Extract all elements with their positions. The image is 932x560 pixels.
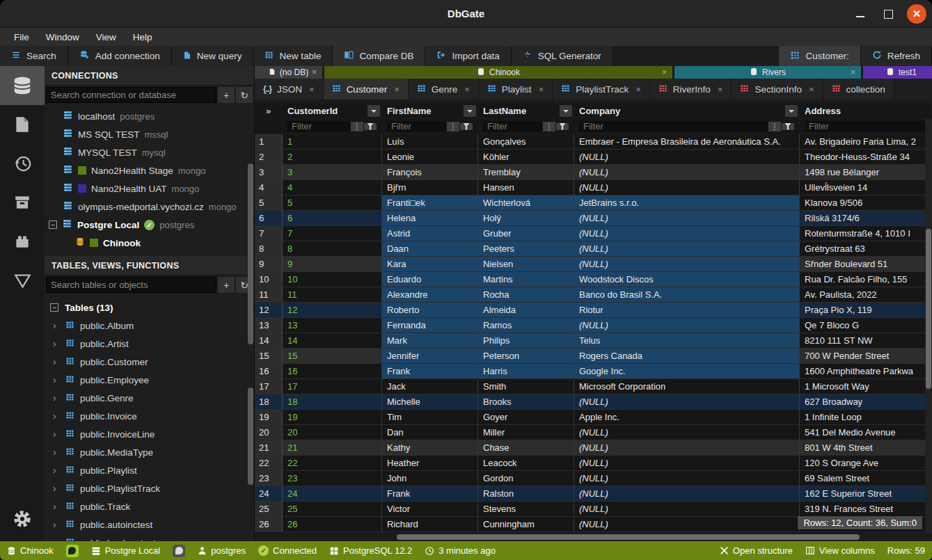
- close-icon[interactable]: ×: [851, 67, 855, 77]
- grid-corner-button[interactable]: »: [255, 104, 283, 119]
- cell-company[interactable]: (NULL): [574, 241, 800, 257]
- collapse-icon[interactable]: −: [49, 221, 57, 229]
- cell-firstname[interactable]: Kara: [382, 257, 478, 272]
- cell-address[interactable]: Rua Dr. Falcăo Filho, 155: [800, 272, 932, 287]
- tab-group-test1[interactable]: test1: [863, 66, 932, 79]
- table-tree-item[interactable]: ›public.booleantest: [45, 534, 254, 541]
- column-header-lastname[interactable]: LastName: [478, 104, 574, 119]
- cell-lastname[interactable]: Gonçalves: [478, 134, 574, 150]
- table-tree-item[interactable]: ›public.Playlist: [45, 461, 254, 479]
- close-icon[interactable]: ×: [464, 84, 470, 95]
- vertical-scrollbar[interactable]: [925, 119, 932, 533]
- cell-firstname[interactable]: Victor: [382, 502, 478, 517]
- menu-window[interactable]: Window: [39, 31, 86, 44]
- horizontal-scrollbar-thumb[interactable]: [397, 534, 860, 540]
- connection-item[interactable]: MYSQL TESTmysql: [45, 143, 254, 161]
- cell-firstname[interactable]: Heather: [382, 456, 478, 471]
- cell-lastname[interactable]: Almeida: [478, 303, 574, 318]
- row-number[interactable]: 16: [255, 364, 283, 379]
- statusbar-database[interactable]: Chinook: [7, 545, 54, 556]
- files-icon[interactable]: [0, 105, 45, 144]
- cell-customerid[interactable]: 17: [283, 379, 382, 394]
- tab-group-chinook[interactable]: Chinook×: [324, 66, 672, 79]
- close-icon[interactable]: ×: [718, 84, 723, 95]
- cell-customerid[interactable]: 24: [283, 486, 382, 502]
- chevron-right-icon[interactable]: ›: [53, 465, 60, 476]
- cell-customerid[interactable]: 25: [283, 502, 382, 517]
- cell-lastname[interactable]: Stevens: [478, 502, 574, 517]
- cell-address[interactable]: 1 Infinite Loop: [800, 410, 932, 425]
- connection-item[interactable]: Chinook: [45, 234, 254, 252]
- connection-item[interactable]: localhostpostgres: [45, 107, 254, 125]
- column-dropdown-icon[interactable]: [368, 105, 380, 117]
- import-data-button[interactable]: Import data: [425, 46, 511, 66]
- cell-lastname[interactable]: Holý: [478, 211, 574, 226]
- tables-group-row[interactable]: − Tables (13): [45, 298, 254, 317]
- cell-company[interactable]: Rogers Canada: [574, 349, 800, 364]
- cell-company[interactable]: Banco do Brasil S.A.: [574, 287, 800, 303]
- column-header-firstname[interactable]: FirstName: [382, 104, 478, 119]
- cell-company[interactable]: (NULL): [574, 502, 800, 517]
- cell-lastname[interactable]: Peeters: [478, 241, 574, 257]
- cell-firstname[interactable]: Kathy: [382, 440, 478, 456]
- minimize-button[interactable]: [851, 5, 869, 23]
- chevron-right-icon[interactable]: ›: [53, 374, 60, 385]
- tables-scrollbar[interactable]: [248, 387, 253, 485]
- cell-firstname[interactable]: Helena: [382, 211, 478, 226]
- tab-collection[interactable]: collection: [823, 79, 894, 99]
- cell-address[interactable]: 700 W Pender Street: [800, 349, 932, 364]
- cell-customerid[interactable]: 11: [283, 287, 382, 303]
- chevron-right-icon[interactable]: ›: [53, 429, 60, 440]
- filter-menu-icon[interactable]: ⋮: [768, 122, 781, 131]
- cell-lastname[interactable]: Ralston: [478, 486, 574, 502]
- cell-lastname[interactable]: Harris: [478, 364, 574, 379]
- cell-customerid[interactable]: 8: [283, 241, 382, 257]
- table-tree-item[interactable]: ›public.InvoiceLine: [45, 425, 254, 443]
- cell-customerid[interactable]: 1: [283, 134, 382, 150]
- row-number[interactable]: 18: [255, 394, 283, 410]
- cell-firstname[interactable]: Mark: [382, 333, 478, 349]
- cell-address[interactable]: 1 Microsoft Way: [800, 379, 932, 394]
- cell-company[interactable]: Embraer - Empresa Brasileira de Aeronáut…: [574, 134, 800, 150]
- row-number[interactable]: 21: [255, 440, 283, 456]
- refresh-button[interactable]: Refresh: [861, 46, 932, 66]
- cell-customerid[interactable]: 18: [283, 394, 382, 410]
- cell-customerid[interactable]: 5: [283, 195, 382, 211]
- cell-firstname[interactable]: Leonie: [382, 150, 478, 165]
- filter-menu-icon[interactable]: ⋮: [543, 122, 555, 131]
- cell-customerid[interactable]: 4: [283, 180, 382, 195]
- filter-triangle-icon[interactable]: [0, 261, 45, 300]
- table-tree-item[interactable]: ›public.Track: [45, 497, 254, 515]
- statusbar-connection[interactable]: Postgre Local: [91, 545, 161, 556]
- cell-lastname[interactable]: Smith: [478, 379, 574, 394]
- cell-company[interactable]: (NULL): [574, 517, 800, 532]
- vertical-scrollbar-thumb[interactable]: [926, 229, 931, 389]
- row-number[interactable]: 9: [255, 257, 283, 272]
- row-number[interactable]: 5: [255, 195, 283, 211]
- cell-company[interactable]: (NULL): [574, 425, 800, 440]
- chevron-right-icon[interactable]: ›: [53, 320, 60, 331]
- row-number[interactable]: 15: [255, 349, 283, 364]
- tab-riverinfo[interactable]: RiverInfo×: [650, 79, 732, 99]
- add-table-plus-button[interactable]: +: [218, 277, 235, 293]
- cell-customerid[interactable]: 10: [283, 272, 382, 287]
- table-tree-item[interactable]: ›public.Customer: [45, 353, 254, 371]
- row-number[interactable]: 4: [255, 180, 283, 195]
- close-icon[interactable]: ×: [394, 84, 400, 95]
- tab-genre[interactable]: Genre×: [409, 79, 479, 99]
- cell-lastname[interactable]: Gruber: [478, 226, 574, 241]
- close-icon[interactable]: ×: [809, 84, 814, 95]
- cell-lastname[interactable]: Hansen: [478, 180, 574, 195]
- database-icon[interactable]: [0, 66, 45, 105]
- row-number[interactable]: 20: [255, 425, 283, 440]
- row-number[interactable]: 13: [255, 318, 283, 333]
- cell-address[interactable]: 8210 111 ST NW: [800, 333, 932, 349]
- cell-address[interactable]: Av. Brigadeiro Faria Lima, 2: [800, 134, 932, 150]
- cell-company[interactable]: (NULL): [574, 257, 800, 272]
- cell-firstname[interactable]: Eduardo: [382, 272, 478, 287]
- filter-funnel-icon[interactable]: [782, 123, 794, 130]
- cell-customerid[interactable]: 2: [283, 150, 382, 165]
- tab-json[interactable]: {..}JSON×: [255, 79, 324, 99]
- close-icon[interactable]: ×: [309, 84, 315, 95]
- history-icon[interactable]: [0, 144, 45, 183]
